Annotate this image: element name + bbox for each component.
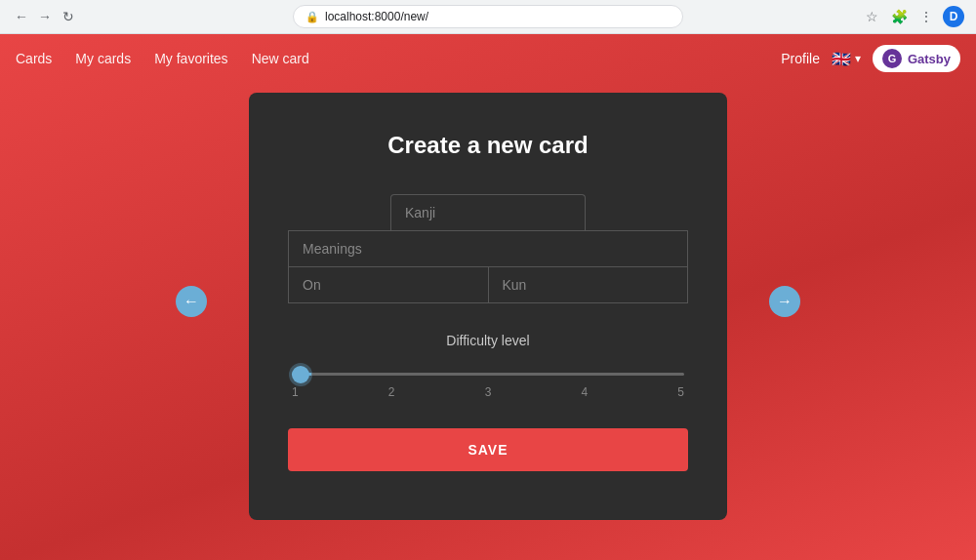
save-button[interactable]: SAVE: [288, 428, 688, 471]
profile-link[interactable]: Profile: [781, 51, 820, 66]
nav-new-card[interactable]: New card: [252, 51, 309, 66]
forward-button[interactable]: →: [35, 7, 55, 26]
navbar: Cards My cards My favorites New card Pro…: [0, 34, 976, 83]
nav-right: Profile 🇬🇧 ▾ G Gatsby: [781, 45, 960, 72]
slider-container: 1 2 3 4 5: [288, 362, 688, 399]
address-bar[interactable]: 🔒 localhost:8000/new/: [293, 5, 683, 28]
browser-profile-avatar[interactable]: D: [943, 6, 964, 27]
gatsby-icon: G: [882, 49, 902, 68]
browser-chrome: ← → ↻ 🔒 localhost:8000/new/ ☆ 🧩 ⋮ D: [0, 0, 976, 34]
kanji-wrapper: [288, 194, 688, 230]
kanji-input[interactable]: [390, 194, 586, 230]
back-button[interactable]: ←: [12, 7, 31, 26]
meanings-input[interactable]: [288, 230, 688, 266]
refresh-button[interactable]: ↻: [59, 7, 78, 26]
slider-label-2: 2: [388, 385, 395, 399]
prev-card-button[interactable]: ←: [176, 286, 207, 317]
difficulty-slider[interactable]: [292, 373, 684, 376]
form-fields: [288, 194, 688, 303]
left-arrow-icon: ←: [183, 293, 199, 310]
flag-icon: 🇬🇧: [832, 50, 851, 68]
slider-label-1: 1: [292, 385, 299, 399]
nav-my-cards[interactable]: My cards: [75, 51, 131, 66]
next-card-button[interactable]: →: [769, 286, 800, 317]
slider-label-4: 4: [581, 385, 588, 399]
form-title: Create a new card: [288, 132, 688, 159]
bookmark-star-button[interactable]: ☆: [861, 6, 882, 27]
language-selector[interactable]: 🇬🇧 ▾: [832, 50, 861, 68]
nav-my-favorites[interactable]: My favorites: [154, 51, 227, 66]
nav-cards[interactable]: Cards: [16, 51, 52, 66]
on-input[interactable]: [288, 266, 488, 303]
slider-label-5: 5: [677, 385, 684, 399]
main-content: ← Create a new card Difficulty leve: [0, 83, 976, 520]
gatsby-label: Gatsby: [908, 52, 951, 66]
browser-nav-controls: ← → ↻: [12, 7, 78, 26]
slider-label-3: 3: [485, 385, 492, 399]
language-chevron: ▾: [855, 52, 861, 65]
extensions-button[interactable]: 🧩: [888, 6, 910, 27]
lock-icon: 🔒: [305, 11, 319, 23]
gatsby-logo[interactable]: G Gatsby: [873, 45, 960, 72]
kun-input[interactable]: [488, 266, 689, 303]
browser-actions: ☆ 🧩 ⋮ D: [861, 6, 964, 27]
right-arrow-icon: →: [777, 293, 793, 310]
app-area: Cards My cards My favorites New card Pro…: [0, 34, 976, 560]
difficulty-label: Difficulty level: [288, 333, 688, 348]
on-kun-row: [288, 266, 688, 303]
slider-labels: 1 2 3 4 5: [292, 385, 684, 399]
browser-menu-button[interactable]: ⋮: [915, 6, 937, 27]
difficulty-section: Difficulty level 1 2 3 4 5: [288, 333, 688, 399]
card-form-container: Create a new card Difficulty level: [249, 93, 727, 520]
nav-links: Cards My cards My favorites New card: [16, 51, 309, 66]
url-text: localhost:8000/new/: [325, 10, 428, 23]
